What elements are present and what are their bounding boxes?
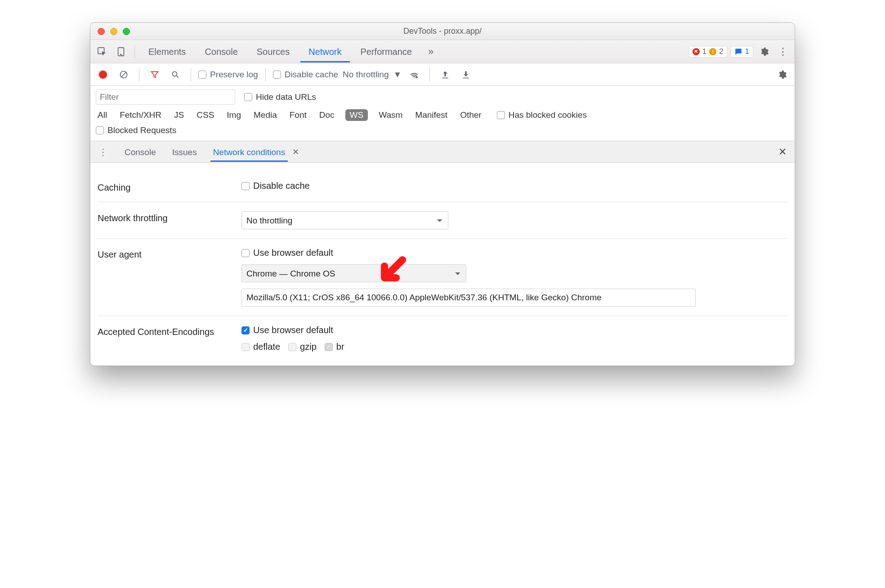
messages-count: 1 — [745, 47, 749, 56]
ua-default-checkbox[interactable]: Use browser default — [241, 248, 333, 258]
user-agent-label: User agent — [98, 248, 232, 260]
separator — [265, 68, 266, 81]
filter-doc[interactable]: Doc — [317, 109, 336, 121]
minimize-window-icon[interactable] — [110, 28, 117, 35]
drawer-tabs: ⋮ Console Issues Network conditions ✕ ✕ — [90, 141, 795, 163]
ua-default-label: Use browser default — [253, 248, 333, 258]
encodings-row: Accepted Content-Encodings Use browser d… — [98, 316, 787, 361]
filter-ws[interactable]: WS — [345, 109, 368, 121]
close-tab-icon[interactable]: ✕ — [292, 147, 299, 157]
ua-select[interactable]: Chrome — Chrome OS — [241, 264, 466, 282]
settings-icon[interactable] — [756, 44, 772, 60]
filter-wasm[interactable]: Wasm — [377, 109, 404, 121]
disable-cache-panel-label: Disable cache — [253, 181, 310, 191]
separator — [139, 68, 139, 81]
checkbox-icon — [96, 126, 104, 134]
has-blocked-checkbox[interactable]: Has blocked cookies — [497, 110, 587, 120]
hide-data-urls-label: Hide data URLs — [256, 92, 316, 102]
search-icon[interactable] — [167, 67, 183, 83]
tab-performance[interactable]: Performance — [353, 40, 420, 62]
filter-fetchxhr[interactable]: Fetch/XHR — [118, 109, 163, 121]
upload-har-icon[interactable] — [437, 67, 453, 83]
filter-font[interactable]: Font — [288, 109, 308, 121]
separator — [429, 68, 430, 81]
deflate-checkbox: deflate — [241, 342, 280, 352]
blocked-requests-label: Blocked Requests — [107, 125, 176, 135]
devtools-window: DevTools - proxx.app/ Elements Console S… — [90, 22, 795, 366]
dropdown-caret-icon: ▼ — [393, 70, 402, 80]
encodings-default-checkbox[interactable]: Use browser default — [241, 325, 333, 335]
device-toolbar-icon[interactable] — [113, 44, 129, 60]
more-tabs-icon[interactable]: » — [423, 44, 439, 60]
disable-cache-checkbox[interactable]: Disable cache — [273, 70, 338, 80]
preserve-log-checkbox[interactable]: Preserve log — [198, 70, 258, 80]
hide-data-urls-checkbox[interactable]: Hide data URLs — [244, 92, 316, 102]
panel-tabs: Elements Console Sources Network Perform… — [90, 40, 795, 63]
filter-img[interactable]: Img — [225, 109, 243, 121]
filter-input[interactable] — [96, 89, 235, 105]
has-blocked-label: Has blocked cookies — [509, 110, 587, 120]
network-settings-icon[interactable] — [774, 67, 790, 83]
warning-icon: ! — [709, 48, 716, 55]
throttling-row: Network throttling No throttling — [98, 202, 787, 239]
drawer-more-icon[interactable]: ⋮ — [95, 144, 111, 160]
filter-js[interactable]: JS — [172, 109, 186, 121]
disable-cache-panel-checkbox[interactable]: Disable cache — [241, 181, 310, 191]
blocked-requests-checkbox[interactable]: Blocked Requests — [96, 125, 176, 135]
separator — [191, 68, 191, 81]
filter-media[interactable]: Media — [252, 109, 279, 121]
svg-point-5 — [416, 76, 418, 78]
record-button[interactable] — [95, 67, 111, 83]
close-window-icon[interactable] — [98, 28, 105, 35]
caching-label: Caching — [98, 181, 232, 193]
network-conditions-icon[interactable] — [406, 67, 422, 83]
drawer-tab-console[interactable]: Console — [122, 142, 159, 162]
encodings-default-label: Use browser default — [253, 325, 333, 335]
filter-css[interactable]: CSS — [195, 109, 216, 121]
record-icon — [99, 71, 107, 79]
br-checkbox: br — [325, 342, 344, 352]
zoom-window-icon[interactable] — [123, 28, 130, 35]
filter-manifest[interactable]: Manifest — [413, 109, 449, 121]
caching-row: Caching Disable cache — [98, 172, 787, 202]
throttling-label: Network throttling — [98, 211, 232, 223]
br-label: br — [336, 342, 344, 352]
tab-network[interactable]: Network — [300, 40, 349, 62]
tab-sources[interactable]: Sources — [249, 40, 298, 62]
checkbox-icon — [241, 249, 250, 257]
clear-button[interactable] — [116, 67, 132, 83]
close-drawer-icon[interactable]: ✕ — [775, 146, 790, 158]
warning-count: 2 — [719, 47, 723, 56]
inspect-element-icon[interactable] — [94, 44, 110, 60]
ua-string-input[interactable] — [241, 289, 696, 307]
messages-chip[interactable]: 1 — [730, 46, 753, 58]
tab-console[interactable]: Console — [197, 40, 246, 62]
network-conditions-panel: Caching Disable cache Network throttling… — [90, 163, 795, 365]
gzip-checkbox: gzip — [288, 342, 317, 352]
encodings-label: Accepted Content-Encodings — [98, 325, 232, 337]
drawer-tab-issues[interactable]: Issues — [170, 142, 200, 162]
throttling-value: No throttling — [343, 70, 389, 80]
preserve-log-label: Preserve log — [210, 70, 258, 80]
svg-point-4 — [172, 71, 177, 76]
filter-other[interactable]: Other — [458, 109, 483, 121]
message-icon — [734, 48, 742, 56]
error-count: 1 — [702, 47, 706, 56]
user-agent-row: User agent Use browser default Chrome — … — [98, 239, 787, 316]
error-warning-chip[interactable]: ✕1 !2 — [688, 46, 728, 58]
tab-elements[interactable]: Elements — [140, 40, 194, 62]
checkbox-disabled-icon — [288, 343, 296, 351]
disable-cache-label: Disable cache — [285, 70, 338, 80]
drawer-tab-network-conditions[interactable]: Network conditions — [210, 142, 288, 162]
filter-toggle-icon[interactable] — [147, 67, 163, 83]
error-icon: ✕ — [693, 48, 700, 55]
checkbox-disabled-icon — [241, 343, 250, 351]
checkbox-icon — [198, 71, 206, 79]
filter-all[interactable]: All — [96, 109, 109, 121]
throttling-select[interactable]: No throttling — [241, 211, 448, 229]
download-har-icon[interactable] — [458, 67, 474, 83]
deflate-label: deflate — [253, 342, 280, 352]
throttling-dropdown[interactable]: No throttling ▼ — [343, 70, 402, 80]
type-filters: All Fetch/XHR JS CSS Img Media Font Doc … — [96, 109, 789, 121]
more-menu-icon[interactable]: ⋮ — [775, 44, 791, 60]
